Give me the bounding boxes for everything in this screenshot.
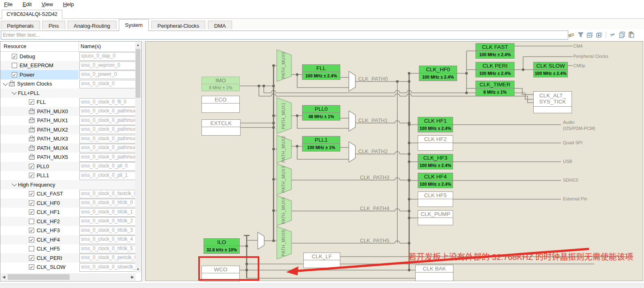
name-field[interactable]: cpuss_0_dap_0	[79, 52, 136, 61]
node-clk-hf1[interactable]: CLK HF1100 MHz ± 2.4%	[418, 117, 453, 132]
chevron-down-icon[interactable]	[12, 90, 17, 95]
menu-edit[interactable]: Edit	[18, 0, 35, 7]
node-clk-hf4[interactable]: CLK HF4100 MHz ± 2.4%	[418, 173, 453, 188]
tree-row-clk-hf2[interactable]: CLK_HF2srss_0_clock_0_hfclk_2	[0, 217, 136, 226]
checkbox[interactable]: ✓	[29, 173, 34, 178]
node-ilo[interactable]: ILO32.8 kHz ± 10%	[204, 238, 240, 254]
tree-row-path-mux1[interactable]: PATH_MUX1srss_0_clock_0_pathmux	[0, 116, 136, 125]
horizontal-scrollbar[interactable]: ◀ ▶	[1, 273, 136, 281]
checkbox[interactable]: ✓	[29, 209, 34, 215]
tree-row-clk-hf1[interactable]: ✓CLK_HF1srss_0_clock_0_hfclk_1	[0, 208, 136, 217]
name-field[interactable]: srss_0_power_0	[79, 70, 136, 79]
chevron-down-icon[interactable]	[12, 182, 17, 187]
tree-row-power[interactable]: ✓Powersrss_0_power_0	[0, 70, 136, 79]
collapse-all-icon[interactable]	[586, 31, 594, 38]
cut-scissors-icon[interactable]: ✂	[608, 30, 617, 39]
scrollbar-thumb[interactable]	[8, 274, 70, 280]
checkbox[interactable]: ✓	[29, 200, 34, 206]
node-imo[interactable]: IMO8 MHz ± 1%	[202, 77, 240, 91]
node-extclk[interactable]: EXTCLK	[202, 119, 241, 136]
name-field[interactable]: srss_0_clock_0_pathmux	[79, 107, 136, 116]
checkbox[interactable]: ✓	[29, 99, 34, 105]
name-field[interactable]: srss_0_clock_0_pll_0	[79, 162, 136, 171]
node-clk-alt-sys-tick[interactable]: CLK_ALT_SYS_TICK	[533, 91, 572, 113]
tree-row-path-mux4[interactable]: PATH_MUX4srss_0_clock_0_pathmux	[0, 143, 136, 153]
node-clk-hf2[interactable]: CLK HF2	[418, 135, 453, 151]
name-field[interactable]: srss_0_clock_0_fll_0	[79, 98, 136, 107]
tab-system[interactable]: System	[119, 19, 149, 31]
node-clk-peri[interactable]: CLK PERI100 MHz ± 2.4%	[475, 62, 515, 77]
menu-view[interactable]: View	[37, 0, 57, 7]
tree-row-system-clocks[interactable]: System Clockssrss_0_clock_0	[0, 79, 136, 89]
scroll-down-icon[interactable]: ▼	[135, 266, 141, 273]
name-field[interactable]: srss_0_clock_0_pathmux	[79, 117, 136, 125]
checkbox[interactable]: ✓	[29, 255, 34, 261]
name-field[interactable]: srss_0_clock_0_hfclk_1	[79, 208, 136, 217]
tree-row-path-mux0[interactable]: PATH_MUX0srss_0_clock_0_pathmux	[0, 107, 136, 116]
filter-funnel-icon[interactable]	[577, 31, 584, 38]
name-field[interactable]: srss_0_clock_0_hfclk_2	[79, 217, 136, 226]
tree-row-clk-hf3[interactable]: ✓CLK_HF3srss_0_clock_0_hfclk_3	[0, 226, 136, 235]
tree-row-clk-hf4[interactable]: ✓CLK_HF4srss_0_clock_0_hfclk_4	[0, 235, 136, 244]
panel-splitter[interactable]	[142, 41, 145, 281]
name-field[interactable]: srss_0_clock_0_hfclk_5	[79, 245, 136, 253]
menu-help[interactable]: Help	[59, 0, 78, 7]
node-eco[interactable]: ECO	[202, 96, 240, 113]
scrollbar-thumb[interactable]	[136, 49, 140, 98]
menu-file[interactable]: File	[0, 0, 17, 7]
tree-row-fll-pll[interactable]: FLL+PLL	[0, 88, 136, 98]
tree-row-debug[interactable]: ✓Debugcpuss_0_dap_0	[0, 52, 136, 61]
tree-row-fll[interactable]: ✓FLLsrss_0_clock_0_fll_0	[0, 98, 136, 107]
checkbox[interactable]: ✓	[29, 237, 34, 242]
tree-row-path-mux5[interactable]: PATH_MUX5srss_0_clock_0_pathmux	[0, 153, 136, 162]
name-field[interactable]: srss_0_clock_0	[79, 80, 136, 88]
name-field[interactable]: srss_0_clock_0_periclk_0	[79, 254, 136, 262]
name-field[interactable]: srss_0_clock_0_fastclk_0	[79, 190, 136, 198]
tree-row-pll1[interactable]: ✓PLL1srss_0_clock_0_pll_1	[0, 171, 136, 180]
name-field[interactable]: srss_0_clock_0_hfclk_0	[79, 199, 136, 207]
name-field[interactable]: srss_0_clock_0_pathmux	[79, 125, 136, 134]
node-clk-hf0[interactable]: CLK_HF0100 MHz ± 2.4%	[419, 66, 457, 81]
chevron-down-icon[interactable]	[3, 81, 8, 86]
expand-all-icon[interactable]	[596, 31, 603, 38]
filter-input[interactable]	[1, 31, 568, 40]
scroll-up-icon[interactable]: ▲	[135, 42, 141, 48]
document-tab[interactable]: CY8C624ALQI-S2D42	[2, 10, 62, 19]
copy-icon[interactable]	[618, 31, 626, 38]
node-clk-hf5[interactable]: CLK HF5	[418, 191, 453, 207]
checkbox[interactable]: ✓	[12, 72, 17, 77]
name-field[interactable]: srss_0_clock_0_hfclk_4	[79, 235, 136, 244]
node-clk-slow[interactable]: CLK SLOW100 MHz ± 2.4%	[533, 62, 568, 77]
checkbox[interactable]: ✓	[29, 264, 34, 270]
name-field[interactable]: srss_0_eeprom_0	[79, 62, 136, 70]
checkbox[interactable]	[29, 219, 34, 224]
scroll-left-icon[interactable]: ◀	[1, 273, 7, 281]
node-clk-fast[interactable]: CLK FAST100 MHz ± 2.4%	[475, 43, 515, 59]
scroll-right-icon[interactable]: ▶	[129, 273, 136, 281]
name-field[interactable]: srss_0_clock_0_pll_1	[79, 171, 136, 180]
node-pll1[interactable]: PLL1100 MHz ± 1%	[302, 136, 340, 152]
tree-row-path-mux2[interactable]: PATH_MUX2srss_0_clock_0_pathmux	[0, 125, 136, 134]
clear-filter-eraser-icon[interactable]	[567, 31, 575, 38]
name-field[interactable]: srss_0_clock_0_pathmux	[79, 144, 136, 152]
tree-row-clk-fast[interactable]: ✓CLK_FASTsrss_0_clock_0_fastclk_0	[0, 189, 136, 199]
tree-row-path-mux3[interactable]: PATH_MUX3srss_0_clock_0_pathmux	[0, 134, 136, 144]
node-clk-lf[interactable]: CLK_LF	[303, 253, 340, 268]
paste-icon[interactable]	[628, 31, 635, 38]
tree-row-high-frequency[interactable]: High Frequency	[0, 180, 136, 189]
tree-row-em-eeprom[interactable]: EM_EEPROMsrss_0_eeprom_0	[0, 61, 136, 70]
tree-row-clk-slow[interactable]: ✓CLK_SLOWsrss_0_clock_0_slowclk_0	[0, 263, 136, 272]
tree-row-pll0[interactable]: ✓PLL0srss_0_clock_0_pll_0	[0, 162, 136, 171]
name-field[interactable]: srss_0_clock_0_slowclk_0	[79, 263, 136, 272]
node-clk-hf3[interactable]: CLK_HF3100 MHz ± 2.4%	[418, 154, 453, 169]
node-clk-timer[interactable]: CLK_TIMER8 MHz ± 1%	[475, 81, 515, 96]
name-field[interactable]: srss_0_clock_0_pathmux	[79, 135, 136, 143]
checkbox[interactable]: ✓	[29, 191, 34, 196]
checkbox[interactable]	[12, 63, 17, 68]
checkbox[interactable]: ✓	[29, 164, 34, 169]
checkbox[interactable]: ✓	[29, 228, 34, 233]
name-field[interactable]: srss_0_clock_0_pathmux	[79, 153, 136, 162]
node-clk-bak[interactable]: CLK BAK	[415, 265, 453, 281]
checkbox[interactable]	[29, 246, 34, 251]
vertical-scrollbar[interactable]: ▲ ▼	[135, 42, 141, 273]
